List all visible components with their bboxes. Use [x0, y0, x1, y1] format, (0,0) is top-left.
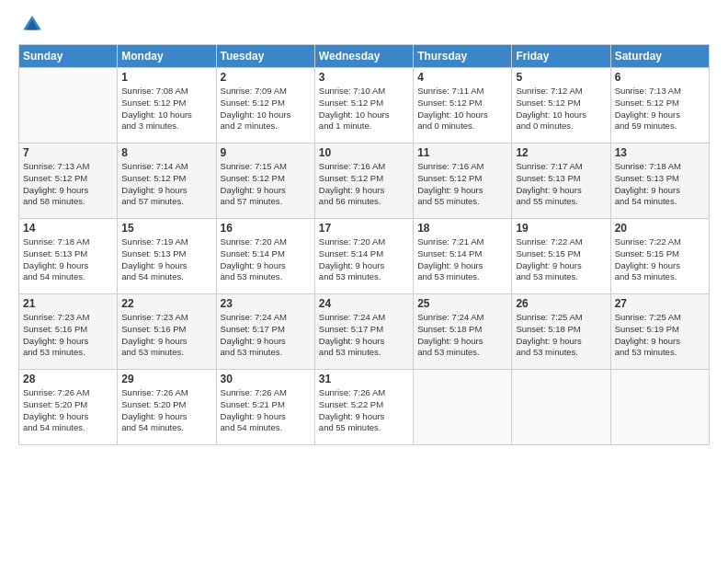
weekday-header-wednesday: Wednesday	[314, 45, 413, 68]
day-info: Sunrise: 7:19 AM Sunset: 5:13 PM Dayligh…	[121, 236, 211, 283]
calendar-cell: 11Sunrise: 7:16 AM Sunset: 5:12 PM Dayli…	[414, 144, 512, 219]
day-number: 12	[516, 146, 606, 159]
calendar-cell: 10Sunrise: 7:16 AM Sunset: 5:12 PM Dayli…	[314, 144, 413, 219]
calendar-cell: 31Sunrise: 7:26 AM Sunset: 5:22 PM Dayli…	[314, 370, 413, 445]
calendar-cell: 21Sunrise: 7:23 AM Sunset: 5:16 PM Dayli…	[19, 294, 118, 370]
calendar-cell: 7Sunrise: 7:13 AM Sunset: 5:12 PM Daylig…	[19, 144, 118, 219]
calendar-cell: 18Sunrise: 7:21 AM Sunset: 5:14 PM Dayli…	[414, 219, 512, 294]
calendar-cell: 15Sunrise: 7:19 AM Sunset: 5:13 PM Dayli…	[118, 219, 216, 294]
calendar-cell: 9Sunrise: 7:15 AM Sunset: 5:12 PM Daylig…	[216, 144, 314, 219]
calendar-cell: 22Sunrise: 7:23 AM Sunset: 5:16 PM Dayli…	[118, 294, 216, 370]
week-row-3: 14Sunrise: 7:18 AM Sunset: 5:13 PM Dayli…	[19, 219, 710, 294]
day-number: 9	[221, 146, 311, 159]
calendar-cell: 3Sunrise: 7:10 AM Sunset: 5:12 PM Daylig…	[314, 68, 413, 144]
day-number: 25	[417, 297, 507, 310]
day-number: 1	[121, 71, 211, 84]
day-info: Sunrise: 7:26 AM Sunset: 5:20 PM Dayligh…	[23, 387, 113, 434]
logo-icon	[22, 15, 42, 35]
calendar-cell: 30Sunrise: 7:26 AM Sunset: 5:21 PM Dayli…	[216, 370, 314, 445]
day-info: Sunrise: 7:24 AM Sunset: 5:18 PM Dayligh…	[417, 312, 507, 359]
day-number: 23	[221, 297, 311, 310]
calendar-cell: 20Sunrise: 7:22 AM Sunset: 5:15 PM Dayli…	[610, 219, 709, 294]
day-number: 22	[121, 297, 211, 310]
day-info: Sunrise: 7:15 AM Sunset: 5:12 PM Dayligh…	[221, 161, 311, 208]
day-number: 16	[221, 222, 311, 235]
calendar-cell: 13Sunrise: 7:18 AM Sunset: 5:13 PM Dayli…	[610, 144, 709, 219]
weekday-header-tuesday: Tuesday	[216, 45, 314, 68]
day-number: 13	[615, 146, 705, 159]
calendar-cell: 1Sunrise: 7:08 AM Sunset: 5:12 PM Daylig…	[118, 68, 216, 144]
day-number: 27	[615, 297, 705, 310]
day-info: Sunrise: 7:25 AM Sunset: 5:19 PM Dayligh…	[615, 312, 705, 359]
calendar-cell: 17Sunrise: 7:20 AM Sunset: 5:14 PM Dayli…	[314, 219, 413, 294]
calendar-cell: 6Sunrise: 7:13 AM Sunset: 5:12 PM Daylig…	[610, 68, 709, 144]
day-info: Sunrise: 7:25 AM Sunset: 5:18 PM Dayligh…	[516, 312, 606, 359]
calendar-cell: 5Sunrise: 7:12 AM Sunset: 5:12 PM Daylig…	[512, 68, 610, 144]
day-number: 8	[121, 146, 211, 159]
day-info: Sunrise: 7:18 AM Sunset: 5:13 PM Dayligh…	[615, 161, 705, 208]
calendar-cell: 28Sunrise: 7:26 AM Sunset: 5:20 PM Dayli…	[19, 370, 118, 445]
day-info: Sunrise: 7:22 AM Sunset: 5:15 PM Dayligh…	[615, 236, 705, 283]
calendar-cell	[512, 370, 610, 445]
day-number: 5	[516, 71, 606, 84]
day-info: Sunrise: 7:20 AM Sunset: 5:14 PM Dayligh…	[221, 236, 311, 283]
day-info: Sunrise: 7:11 AM Sunset: 5:12 PM Dayligh…	[417, 86, 507, 132]
page: SundayMondayTuesdayWednesdayThursdayFrid…	[0, 0, 728, 563]
day-info: Sunrise: 7:23 AM Sunset: 5:16 PM Dayligh…	[23, 312, 113, 359]
week-row-4: 21Sunrise: 7:23 AM Sunset: 5:16 PM Dayli…	[19, 294, 710, 370]
day-info: Sunrise: 7:24 AM Sunset: 5:17 PM Dayligh…	[221, 312, 311, 359]
day-number: 4	[417, 71, 507, 84]
day-info: Sunrise: 7:17 AM Sunset: 5:13 PM Dayligh…	[516, 161, 606, 208]
day-number: 28	[23, 373, 113, 385]
week-row-2: 7Sunrise: 7:13 AM Sunset: 5:12 PM Daylig…	[19, 144, 710, 219]
calendar-cell: 14Sunrise: 7:18 AM Sunset: 5:13 PM Dayli…	[19, 219, 118, 294]
day-number: 24	[319, 297, 409, 310]
day-info: Sunrise: 7:21 AM Sunset: 5:14 PM Dayligh…	[417, 236, 507, 283]
day-number: 6	[615, 71, 705, 84]
day-info: Sunrise: 7:24 AM Sunset: 5:17 PM Dayligh…	[319, 312, 409, 359]
day-info: Sunrise: 7:10 AM Sunset: 5:12 PM Dayligh…	[319, 86, 409, 132]
calendar-cell: 16Sunrise: 7:20 AM Sunset: 5:14 PM Dayli…	[216, 219, 314, 294]
calendar-cell: 29Sunrise: 7:26 AM Sunset: 5:20 PM Dayli…	[118, 370, 216, 445]
day-number: 10	[319, 146, 409, 159]
weekday-header-friday: Friday	[512, 45, 610, 68]
calendar-table: SundayMondayTuesdayWednesdayThursdayFrid…	[18, 44, 710, 445]
calendar-cell: 12Sunrise: 7:17 AM Sunset: 5:13 PM Dayli…	[512, 144, 610, 219]
day-info: Sunrise: 7:26 AM Sunset: 5:20 PM Dayligh…	[121, 387, 211, 434]
day-number: 11	[417, 146, 507, 159]
day-info: Sunrise: 7:14 AM Sunset: 5:12 PM Dayligh…	[121, 161, 211, 208]
day-number: 31	[319, 373, 409, 385]
calendar-cell: 24Sunrise: 7:24 AM Sunset: 5:17 PM Dayli…	[314, 294, 413, 370]
day-number: 19	[516, 222, 606, 235]
day-info: Sunrise: 7:12 AM Sunset: 5:12 PM Dayligh…	[516, 86, 606, 132]
calendar-cell: 8Sunrise: 7:14 AM Sunset: 5:12 PM Daylig…	[118, 144, 216, 219]
calendar-cell	[414, 370, 512, 445]
weekday-header-monday: Monday	[118, 45, 216, 68]
day-number: 30	[221, 373, 311, 385]
day-number: 7	[23, 146, 113, 159]
day-info: Sunrise: 7:26 AM Sunset: 5:22 PM Dayligh…	[319, 387, 409, 434]
day-info: Sunrise: 7:08 AM Sunset: 5:12 PM Dayligh…	[121, 86, 211, 132]
logo	[18, 15, 42, 35]
calendar-cell: 27Sunrise: 7:25 AM Sunset: 5:19 PM Dayli…	[610, 294, 709, 370]
day-info: Sunrise: 7:20 AM Sunset: 5:14 PM Dayligh…	[319, 236, 409, 283]
weekday-header-sunday: Sunday	[19, 45, 118, 68]
header	[18, 15, 710, 35]
day-info: Sunrise: 7:22 AM Sunset: 5:15 PM Dayligh…	[516, 236, 606, 283]
day-number: 20	[615, 222, 705, 235]
calendar-cell: 4Sunrise: 7:11 AM Sunset: 5:12 PM Daylig…	[414, 68, 512, 144]
day-number: 14	[23, 222, 113, 235]
day-info: Sunrise: 7:16 AM Sunset: 5:12 PM Dayligh…	[417, 161, 507, 208]
day-info: Sunrise: 7:23 AM Sunset: 5:16 PM Dayligh…	[121, 312, 211, 359]
day-info: Sunrise: 7:13 AM Sunset: 5:12 PM Dayligh…	[615, 86, 705, 132]
day-number: 26	[516, 297, 606, 310]
weekday-header-thursday: Thursday	[414, 45, 512, 68]
weekday-header-row: SundayMondayTuesdayWednesdayThursdayFrid…	[19, 45, 710, 68]
calendar-cell	[19, 68, 118, 144]
day-number: 18	[417, 222, 507, 235]
day-info: Sunrise: 7:16 AM Sunset: 5:12 PM Dayligh…	[319, 161, 409, 208]
day-info: Sunrise: 7:09 AM Sunset: 5:12 PM Dayligh…	[221, 86, 311, 132]
day-info: Sunrise: 7:13 AM Sunset: 5:12 PM Dayligh…	[23, 161, 113, 208]
day-number: 29	[121, 373, 211, 385]
day-info: Sunrise: 7:18 AM Sunset: 5:13 PM Dayligh…	[23, 236, 113, 283]
